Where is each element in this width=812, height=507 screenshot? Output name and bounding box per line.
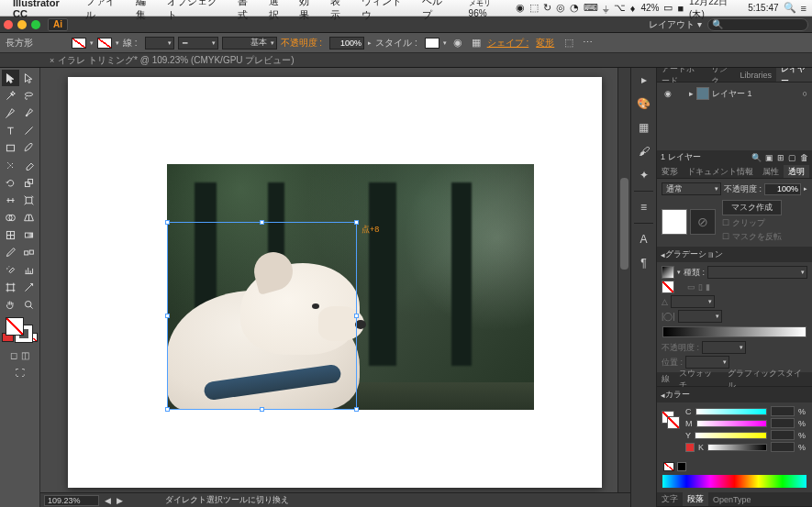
shaper-tool[interactable] xyxy=(2,157,19,173)
screen-mode-icon[interactable]: ⛶ xyxy=(16,368,25,382)
none-swatch-icon[interactable] xyxy=(663,462,674,471)
tab-layers[interactable]: レイヤー xyxy=(776,68,812,82)
cmyk-k-slider[interactable] xyxy=(707,444,767,451)
canvas[interactable]: 点+8 109.23% ◀ ▶ ダイレクト選択ツールに切り換え xyxy=(40,68,630,507)
volume-icon[interactable]: ♦ xyxy=(630,3,636,14)
mask-target-thumb[interactable]: ⊘ xyxy=(690,209,716,235)
gradient-swatch[interactable] xyxy=(662,266,674,279)
delete-layer-icon[interactable]: 🗑 xyxy=(800,153,808,162)
workspace-label[interactable]: レイアウト ▾ xyxy=(649,18,702,31)
app-name[interactable]: Illustrator CC xyxy=(13,0,76,19)
graphic-style-swatch[interactable] xyxy=(425,38,439,49)
tab-docinfo[interactable]: ドキュメント情報 xyxy=(683,165,758,179)
fill-swatch[interactable] xyxy=(72,38,86,49)
magic-wand-tool[interactable] xyxy=(2,87,19,104)
fill-stroke-control[interactable] xyxy=(2,315,38,345)
tab-transparency[interactable]: 透明 xyxy=(784,165,809,179)
spectrum-bar[interactable] xyxy=(662,475,806,488)
stroke-profile-select[interactable]: ━ xyxy=(178,37,218,50)
menu-help[interactable]: ヘルプ xyxy=(422,0,452,22)
eyedropper-tool[interactable] xyxy=(2,244,19,260)
draw-behind-icon[interactable]: ◫ xyxy=(21,350,29,365)
window-close-button[interactable] xyxy=(4,20,13,29)
tab-attributes[interactable]: 属性 xyxy=(758,165,784,179)
gradient-stroke-mode-3[interactable]: ▮ xyxy=(706,282,710,292)
paintbrush-tool[interactable] xyxy=(20,139,38,156)
rectangle-tool[interactable] xyxy=(2,139,19,156)
dock-swatches-icon[interactable]: ▦ xyxy=(636,119,652,136)
brush-select[interactable]: 基本 xyxy=(222,37,277,50)
layer-row[interactable]: ◉ ▸ レイヤー 1 ○ xyxy=(660,85,809,102)
layer-expand-icon[interactable]: ▸ xyxy=(689,89,694,98)
scale-tool[interactable] xyxy=(20,174,38,191)
eraser-tool[interactable] xyxy=(20,157,38,173)
gradient-stop-position[interactable] xyxy=(685,356,729,369)
circle-icon[interactable]: ◎ xyxy=(556,2,565,14)
color-stroke-chip[interactable] xyxy=(667,416,680,429)
gradient-ratio-select[interactable] xyxy=(678,310,722,323)
wifi-icon[interactable]: ⏚ xyxy=(603,3,609,14)
gradient-slider[interactable] xyxy=(662,326,806,337)
tab-links[interactable]: リンク xyxy=(706,68,736,82)
tab-stroke[interactable]: 線 xyxy=(657,372,674,386)
tab-libraries[interactable]: Libraries xyxy=(735,68,776,82)
window-maximize-button[interactable] xyxy=(31,20,40,29)
gradient-stroke-mode-1[interactable]: ▭ xyxy=(687,282,695,292)
misc-icon[interactable]: ⋯ xyxy=(580,36,595,50)
vertical-scrollbar[interactable] xyxy=(617,68,630,492)
rotate-tool[interactable] xyxy=(2,174,19,191)
width-tool[interactable] xyxy=(2,192,19,208)
dock-paragraph-icon[interactable]: ¶ xyxy=(636,255,652,271)
line-tool[interactable] xyxy=(20,122,38,138)
perspective-tool[interactable] xyxy=(20,209,38,226)
make-mask-button[interactable]: マスク作成 xyxy=(722,200,782,215)
out-of-gamut-icon[interactable] xyxy=(685,443,695,452)
new-sublayer-icon[interactable]: ⊞ xyxy=(777,153,784,162)
menu-object[interactable]: オブジェクト xyxy=(167,0,227,22)
bluetooth-icon[interactable]: ⌥ xyxy=(614,2,626,14)
gradient-angle-select[interactable] xyxy=(671,295,715,308)
stroke-weight-select[interactable] xyxy=(145,37,174,50)
mask-source-thumb[interactable] xyxy=(662,209,687,235)
opacity-input[interactable] xyxy=(329,37,364,50)
blend-tool[interactable] xyxy=(20,244,38,260)
menu-select[interactable]: 選択 xyxy=(269,0,289,22)
recolor-icon[interactable]: ◉ xyxy=(450,36,465,50)
cmyk-c-input[interactable] xyxy=(771,406,795,416)
trans-opacity-input[interactable] xyxy=(764,183,801,195)
dock-symbols-icon[interactable]: ✦ xyxy=(636,167,652,183)
mesh-tool[interactable] xyxy=(2,226,19,243)
dock-character-icon[interactable]: A xyxy=(636,231,652,248)
menu-view[interactable]: 表示 xyxy=(330,0,350,22)
shape-builder-tool[interactable] xyxy=(2,209,19,226)
shape-link[interactable]: シェイプ : xyxy=(487,37,529,50)
artboard-tool[interactable] xyxy=(2,279,19,295)
document-tab[interactable]: イラレ トリミング* @ 109.23% (CMYK/GPU プレビュー) xyxy=(58,54,294,67)
menu-effect[interactable]: 効果 xyxy=(299,0,319,22)
tab-graphicstyle[interactable]: グラフィックスタイル xyxy=(723,372,812,386)
transform-link[interactable]: 変形 xyxy=(536,37,554,50)
zoom-level-input[interactable]: 109.23% xyxy=(44,495,99,506)
align-icon[interactable]: ▦ xyxy=(469,36,484,50)
dock-expand-icon[interactable]: ▸ xyxy=(636,72,652,88)
cmyk-y-slider[interactable] xyxy=(695,432,767,439)
direct-selection-tool[interactable] xyxy=(20,70,38,86)
locate-layer-icon[interactable]: 🔍 xyxy=(751,153,762,162)
document-close-button[interactable]: × xyxy=(50,56,54,65)
battery-icon[interactable]: ▭ xyxy=(663,2,673,14)
menu-type[interactable]: 書式 xyxy=(238,0,258,22)
placed-image[interactable] xyxy=(167,164,534,410)
nav-next-icon[interactable]: ▶ xyxy=(117,496,123,505)
blend-mode-select[interactable]: 通常 xyxy=(662,182,721,195)
gradient-type-select[interactable] xyxy=(707,266,807,279)
cmyk-k-input[interactable] xyxy=(771,442,795,452)
free-transform-tool[interactable] xyxy=(20,192,38,208)
pen-tool[interactable] xyxy=(2,105,19,121)
gradient-stroke-icon[interactable] xyxy=(662,281,674,293)
spotlight-icon[interactable]: 🔍 xyxy=(784,2,796,14)
zoom-tool[interactable] xyxy=(20,296,38,313)
dropbox-icon[interactable]: ⬚ xyxy=(529,2,539,14)
curvature-tool[interactable] xyxy=(20,105,38,121)
color-panel-header[interactable]: ◂ カラー xyxy=(657,387,812,402)
lasso-tool[interactable] xyxy=(20,87,38,104)
